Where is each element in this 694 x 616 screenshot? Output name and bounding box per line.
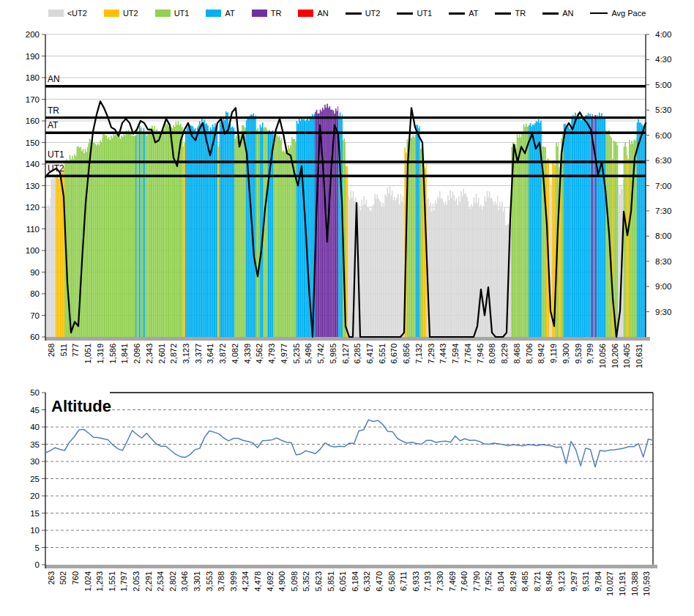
alt-y-tick-label: 20: [30, 491, 40, 500]
top-x-tick-label: 4,082: [231, 344, 239, 364]
altitude-chart-title: Altitude: [51, 397, 111, 415]
left-axis-tick-label: 110: [26, 225, 40, 234]
alt-gridlines: [45, 410, 653, 548]
alt-x-tick-label: 2,053: [132, 571, 141, 592]
alt-x-tick-label: 2,534: [156, 571, 165, 592]
alt-x-tick-label: 3,553: [205, 571, 214, 592]
top-x-tick-label: 5,742: [316, 344, 325, 364]
right-axis-tick-label: 8:00: [655, 231, 671, 240]
top-x-tick-label: 6,856: [402, 344, 411, 364]
alt-plot-frame: [45, 393, 657, 568]
top-x-tick-label: 7,443: [439, 344, 447, 364]
top-x-tick-label: 6,417: [365, 344, 374, 364]
alt-x-tick-label: 7,193: [423, 571, 432, 592]
top-x-tick-label: 10,631: [635, 344, 643, 368]
workout-analysis-panel: <UT2UT2UT1ATTRANUT2UT1ATTRANAvg Pace 200…: [0, 0, 694, 616]
alt-x-tick-label: 6,051: [338, 571, 347, 592]
left-axis-tick-label: 120: [26, 203, 40, 212]
hr-zones-pace-chart: 2001901801701601501401301201101009080706…: [0, 0, 694, 388]
alt-x-tick-label: 10,388: [630, 571, 639, 596]
left-axis-tick-label: 140: [26, 160, 40, 168]
alt-x-tick-label: 9,531: [581, 571, 590, 592]
right-axis-tick-label: 4:30: [655, 55, 671, 64]
threshold-label: UT1: [48, 149, 64, 160]
alt-x-tick-label: 3,046: [180, 571, 189, 592]
top-x-tick-label: 268: [47, 344, 56, 357]
top-x-tick-label: 5,985: [329, 344, 337, 364]
top-x-tick-label: 4,562: [255, 344, 264, 364]
top-x-tick-label: 8,468: [512, 344, 521, 364]
altitude-chart: 50454035302520151050Altitude2635027601,0…: [0, 388, 694, 616]
threshold-label: AN: [48, 74, 60, 84]
alt-x-tick-label: 4,234: [241, 571, 250, 592]
alt-x-tick-label: 263: [47, 571, 56, 585]
top-x-tick-label: 6,127: [341, 344, 350, 364]
top-x-tick-label: 9,539: [574, 344, 583, 364]
alt-y-tick-label: 35: [30, 440, 40, 449]
top-x-tick-label: 9,119: [549, 344, 558, 363]
alt-x-tick-label: 6,711: [399, 571, 408, 591]
alt-x-tick-label: 9,784: [594, 571, 602, 592]
top-x-tick-label: 5,496: [304, 344, 313, 364]
alt-x-tick-label: 1,797: [119, 571, 128, 592]
left-axis-tick-label: 190: [26, 52, 40, 61]
alt-x-tick-label: 8,485: [520, 571, 529, 592]
alt-x-tick-label: 6,580: [387, 571, 396, 592]
right-axis-tick-label: 9:30: [655, 308, 671, 316]
left-axis-tick-label: 70: [30, 311, 40, 320]
left-axis-tick-label: 160: [26, 116, 40, 125]
alt-x-tick-label: 760: [71, 571, 80, 585]
alt-y-tick-label: 10: [30, 526, 40, 535]
top-x-tick-label: 1,841: [120, 344, 129, 364]
alt-x-tick-label: 8,104: [496, 571, 505, 592]
alt-x-tick-label: 10,593: [642, 571, 651, 596]
alt-x-tick-label: 5,098: [290, 571, 299, 592]
top-x-tick-label: 4,793: [267, 344, 276, 364]
alt-x-tick-label: 6,470: [375, 571, 384, 592]
top-x-tick-label: 6,285: [353, 344, 362, 364]
alt-y-tick-label: 0: [35, 560, 40, 569]
top-x-tick-label: 4,339: [243, 344, 252, 364]
top-x-tick-label: 7,293: [427, 344, 436, 364]
top-x-tick-label: 3,377: [194, 344, 203, 364]
top-x-tick-label: 6,670: [389, 344, 398, 364]
top-x-tick-label: 4,977: [280, 344, 288, 364]
left-axis-tick-label: 180: [26, 73, 40, 82]
alt-x-tick-label: 3,999: [229, 571, 238, 592]
right-axis-tick-label: 5:00: [655, 81, 671, 89]
left-axis-tick-label: 130: [26, 182, 40, 190]
alt-y-tick-label: 50: [30, 388, 40, 397]
left-axis-tick-label: 60: [30, 333, 40, 341]
top-x-tick-label: 3,123: [182, 344, 190, 364]
alt-x-axis-labels: 2635027601,0241,2931,5511,7972,0532,2912…: [47, 571, 651, 596]
top-x-tick-label: 8,942: [537, 344, 545, 364]
alt-x-tick-label: 8,249: [509, 571, 518, 592]
top-x-tick-label: 10,405: [622, 344, 631, 368]
alt-left-axis: 50454035302520151050: [30, 388, 45, 569]
alt-x-tick-label: 7,790: [472, 571, 481, 592]
threshold-label: TR: [48, 105, 59, 116]
right-axis-tick-label: 7:00: [655, 182, 671, 190]
alt-x-tick-label: 6,184: [351, 571, 359, 592]
left-axis-tick-label: 100: [26, 246, 40, 255]
top-x-tick-label: 8,706: [525, 344, 534, 364]
alt-x-tick-label: 1,293: [95, 571, 104, 592]
alt-x-tick-label: 4,692: [266, 571, 275, 592]
alt-y-tick-label: 30: [30, 457, 40, 466]
alt-x-tick-label: 6,332: [362, 571, 371, 592]
top-x-tick-label: 7,594: [451, 344, 460, 364]
alt-x-tick-label: 7,469: [448, 571, 457, 592]
alt-x-tick-label: 7,330: [436, 571, 444, 592]
left-axis-tick-label: 80: [30, 289, 40, 298]
right-axis-tick-label: 7:30: [655, 207, 671, 215]
right-axis: 4:004:305:005:306:006:307:007:308:008:30…: [646, 30, 671, 316]
top-x-tick-label: 7,764: [463, 344, 472, 364]
top-x-tick-label: 7,132: [414, 344, 423, 364]
alt-x-tick-label: 1,551: [108, 571, 116, 592]
top-x-tick-label: 2,096: [133, 344, 141, 364]
alt-x-tick-label: 4,478: [253, 571, 262, 592]
alt-y-tick-label: 5: [35, 543, 40, 552]
alt-x-tick-label: 7,952: [484, 571, 493, 592]
right-axis-tick-label: 5:30: [655, 105, 671, 114]
alt-x-tick-label: 3,301: [193, 571, 201, 592]
